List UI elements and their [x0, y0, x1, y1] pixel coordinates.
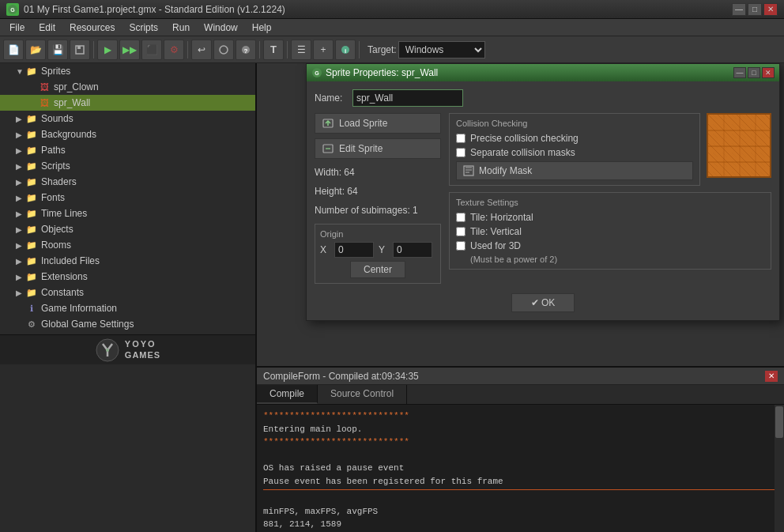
expand-arrow[interactable]: ▶: [16, 241, 25, 250]
compile-tab[interactable]: Compile: [257, 385, 318, 404]
layout-button[interactable]: ☰: [291, 40, 311, 60]
source-control-tab[interactable]: Source Control: [318, 385, 407, 404]
ok-button[interactable]: ✔ OK: [511, 293, 575, 312]
tree-spr-clown[interactable]: 🖼 spr_Clown: [0, 79, 255, 95]
compile-close-button[interactable]: ✕: [765, 371, 778, 382]
objects-folder-icon: 📁: [25, 223, 38, 236]
origin-group: Origin X Y Center: [315, 224, 441, 284]
open-button[interactable]: 📂: [25, 40, 46, 60]
stop-button[interactable]: ⬛: [141, 40, 162, 60]
tree-backgrounds[interactable]: ▶ 📁 Backgrounds: [0, 126, 255, 142]
expand-arrow[interactable]: ▶: [16, 209, 25, 218]
tree-paths[interactable]: ▶ 📁 Paths: [0, 142, 255, 158]
tree-scripts[interactable]: ▶ 📁 Scripts: [0, 158, 255, 174]
scrollbar[interactable]: [775, 405, 784, 532]
tree-rooms[interactable]: ▶ 📁 Rooms: [0, 237, 255, 253]
add-button[interactable]: +: [313, 40, 334, 60]
app-icon: G: [6, 3, 19, 16]
info-button[interactable]: i: [335, 40, 356, 60]
tree-sprites[interactable]: ▼ 📁 Sprites: [0, 63, 255, 79]
sprite-dialog-minimize[interactable]: —: [733, 67, 746, 78]
center-button[interactable]: Center: [350, 261, 405, 278]
expand-arrow[interactable]: ▶: [16, 289, 25, 297]
modify-mask-button[interactable]: Modify Mask: [456, 161, 693, 180]
expand-arrow[interactable]: ▶: [16, 257, 25, 266]
global-settings-icon: ⚙: [25, 318, 38, 330]
sounds-folder-icon: 📁: [25, 112, 38, 125]
tree-global-settings[interactable]: ⚙ Global Game Settings: [0, 316, 255, 332]
precise-collision-checkbox[interactable]: [456, 134, 466, 143]
tree-included-files[interactable]: ▶ 📁 Included Files: [0, 253, 255, 269]
help-button[interactable]: ?: [236, 40, 256, 60]
origin-y-label: Y: [379, 244, 388, 255]
menu-run[interactable]: Run: [166, 21, 196, 35]
compile-line: Entering main loop.: [263, 423, 778, 436]
redo-button[interactable]: [213, 40, 234, 60]
new-button[interactable]: 📄: [3, 40, 24, 60]
compile-title: CompileForm - Compiled at:09:34:35: [263, 371, 419, 382]
expand-arrow[interactable]: ▶: [16, 130, 25, 139]
tree-shaders[interactable]: ▶ 📁 Shaders: [0, 174, 255, 190]
expand-arrow[interactable]: ▼: [16, 67, 25, 76]
spr-clown-icon: 🖼: [38, 81, 51, 93]
separate-masks-checkbox[interactable]: [456, 148, 466, 157]
origin-y-input[interactable]: [393, 242, 432, 258]
menu-file[interactable]: File: [3, 21, 31, 35]
sounds-label: Sounds: [41, 113, 74, 124]
target-select[interactable]: Windows Mac OS X Linux Android iOS: [398, 41, 485, 58]
save-button[interactable]: 💾: [47, 40, 68, 60]
compile-content: **************************** Entering ma…: [257, 405, 784, 532]
name-input[interactable]: [352, 89, 463, 107]
load-sprite-button[interactable]: Load Sprite: [315, 113, 441, 134]
tree-fonts[interactable]: ▶ 📁 Fonts: [0, 190, 255, 206]
game-info-label: Game Information: [41, 303, 117, 314]
sprite-dialog-close[interactable]: ✕: [762, 67, 775, 78]
tree-objects[interactable]: ▶ 📁 Objects: [0, 221, 255, 237]
timelines-folder-icon: 📁: [25, 207, 38, 220]
separate-masks-row: Separate collision masks: [456, 147, 693, 158]
expand-arrow[interactable]: ▶: [16, 162, 25, 171]
tile-horizontal-checkbox[interactable]: [456, 213, 466, 222]
sprite-dialog-maximize[interactable]: □: [748, 67, 760, 78]
menu-window[interactable]: Window: [198, 21, 244, 35]
tile-vertical-row: Tile: Vertical: [456, 226, 764, 237]
toolbar-sep-5: [359, 41, 360, 58]
compile-line: OS has raised a pause event: [263, 462, 778, 475]
svg-point-33: [106, 349, 109, 352]
build-button[interactable]: ⚙: [164, 40, 184, 60]
main-layout: ▼ 📁 Sprites 🖼 spr_Clown 🖼 spr_Wall ▶ 📁 S…: [0, 63, 784, 532]
tile-vertical-checkbox[interactable]: [456, 227, 466, 236]
menu-resources[interactable]: Resources: [63, 21, 121, 35]
expand-arrow[interactable]: ▶: [16, 115, 25, 123]
run-button[interactable]: ▶: [97, 40, 118, 60]
menu-edit[interactable]: Edit: [32, 21, 62, 35]
spr-clown-label: spr_Clown: [54, 81, 99, 92]
power-of-2-note: (Must be a power of 2): [456, 255, 764, 264]
menu-scripts[interactable]: Scripts: [122, 21, 164, 35]
expand-arrow[interactable]: ▶: [16, 146, 25, 155]
toolbar-sep-2: [187, 41, 188, 58]
origin-x-input[interactable]: [334, 242, 374, 258]
scrollbar-thumb[interactable]: [775, 406, 783, 438]
font-button[interactable]: T: [263, 40, 284, 60]
expand-arrow[interactable]: ▶: [16, 194, 25, 202]
expand-arrow[interactable]: ▶: [16, 273, 25, 281]
edit-sprite-button[interactable]: Edit Sprite: [315, 138, 441, 159]
run-debug-button[interactable]: ▶▶: [119, 40, 140, 60]
tree-constants[interactable]: ▶ 📁 Constants: [0, 285, 255, 300]
tree-extensions[interactable]: ▶ 📁 Extensions: [0, 269, 255, 285]
close-button[interactable]: ✕: [763, 3, 778, 16]
tree-spr-wall[interactable]: 🖼 spr_Wall: [0, 95, 255, 111]
undo-button[interactable]: ↩: [191, 40, 212, 60]
save-all-button[interactable]: [70, 40, 90, 60]
tree-timelines[interactable]: ▶ 📁 Time Lines: [0, 206, 255, 221]
tree-game-info[interactable]: ℹ Game Information: [0, 300, 255, 316]
expand-arrow[interactable]: ▶: [16, 178, 25, 187]
menu-help[interactable]: Help: [246, 21, 278, 35]
used-for-3d-checkbox[interactable]: [456, 241, 466, 251]
tree-sounds[interactable]: ▶ 📁 Sounds: [0, 111, 255, 126]
svg-rect-18: [708, 115, 770, 176]
maximize-button[interactable]: □: [748, 3, 762, 16]
minimize-button[interactable]: —: [732, 3, 746, 16]
expand-arrow[interactable]: ▶: [16, 225, 25, 234]
